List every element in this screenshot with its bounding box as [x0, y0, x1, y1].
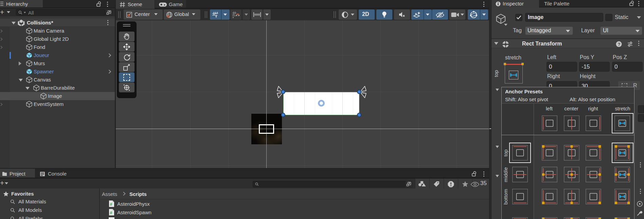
svg-text:#: #: [110, 202, 112, 207]
svg-text:Y: Y: [215, 15, 217, 18]
svg-text:?: ?: [618, 42, 620, 47]
svg-text:#: #: [110, 210, 112, 215]
